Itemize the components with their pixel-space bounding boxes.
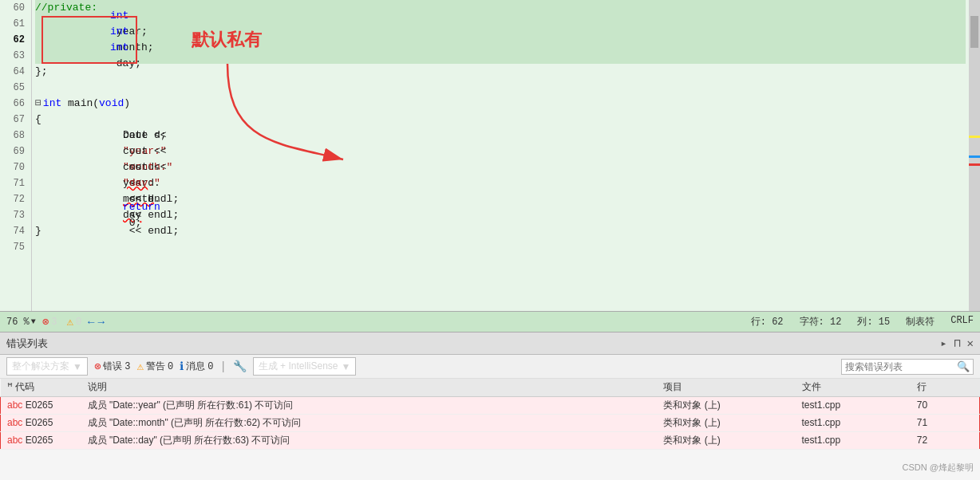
editor-scrollbar[interactable] — [969, 0, 980, 311]
error-line-3: 72 — [911, 431, 980, 449]
error-icon: ⊗ — [42, 315, 49, 329]
line-num-65: 65 — [6, 80, 25, 96]
error-panel: 错误列表 ▸ ⊓ ✕ 整个解决方案 ▼ ⊗ 错误 3 ⚠ 警告 0 — [0, 332, 980, 480]
error-row-2[interactable]: abc E0265 成员 "Date::month" (已声明 所在行数:62)… — [1, 414, 980, 431]
line-num-73: 73 — [6, 207, 25, 223]
scrollbar-thumb[interactable] — [970, 16, 978, 48]
build-label: 生成 + IntelliSense — [259, 360, 338, 373]
annotation-text: 默认私有 — [192, 28, 262, 52]
toolbar-warning-icon: ⚠ — [137, 360, 144, 373]
col-header-project: 项目 — [657, 379, 795, 396]
error-code-3: abc E0265 — [1, 431, 81, 449]
toolbar-error-count: 3 — [124, 361, 130, 372]
char-info: 字符: 12 — [800, 315, 842, 329]
error-line-1: 70 — [911, 396, 980, 414]
error-table-body: abc E0265 成员 "Date::year" (已声明 所在行数:61) … — [1, 396, 980, 449]
error-row-3[interactable]: abc E0265 成员 "Date::day" (已声明 所在行数:63) 不… — [1, 431, 980, 449]
toolbar-warning-label: 警告 — [146, 360, 165, 373]
nav-prev-arrow[interactable]: ← — [88, 316, 94, 329]
watermark: CSDN @烽起黎明 — [903, 462, 974, 474]
error-code-2: abc E0265 — [1, 414, 81, 431]
warning-toolbar-badge[interactable]: ⚠ 警告 0 — [137, 360, 174, 373]
line-numbers: 60 61 62 63 64 65 66 67 68 69 70 71 72 7… — [0, 0, 32, 311]
zoom-value: 76 % — [6, 317, 30, 328]
zoom-control[interactable]: 76 % ▼ — [6, 317, 36, 328]
error-code-value-1: E0265 — [26, 399, 53, 411]
code-content[interactable]: //private: int year; int month; int — [32, 0, 969, 311]
scope-label: 整个解决方案 — [12, 360, 69, 373]
row-info: 行: 62 — [751, 315, 784, 329]
col-header-line: 行 — [911, 379, 980, 396]
toolbar-info-count: 0 — [207, 361, 213, 372]
error-toolbar: 整个解决方案 ▼ ⊗ 错误 3 ⚠ 警告 0 ℹ 消息 0 | 🔧 — [0, 355, 980, 379]
line-num-74: 74 — [6, 223, 25, 239]
scrollbar-marker-red — [969, 163, 980, 166]
panel-controls: ▸ ⊓ ✕ — [940, 336, 974, 350]
encoding-info: CRLF — [950, 315, 974, 329]
build-dropdown-arrow: ▼ — [342, 361, 351, 372]
toolbar-info-label: 消息 — [186, 360, 205, 373]
close-button[interactable]: ✕ — [967, 336, 974, 350]
end-info: 制表符 — [906, 315, 935, 329]
error-desc-2: 成员 "Date::month" (已声明 所在行数:62) 不可访问 — [81, 414, 658, 431]
nav-arrows: ← → — [88, 316, 105, 329]
line-num-64: 64 — [6, 64, 25, 80]
code-line-66: ⊟ int main( void ) — [35, 96, 966, 112]
error-line-2: 71 — [911, 414, 980, 431]
error-count: 3 — [51, 317, 57, 328]
search-icon: 🔍 — [957, 360, 970, 373]
line-num-61: 61 — [6, 16, 25, 32]
line-num-72: 72 — [6, 191, 25, 207]
error-row-1[interactable]: abc E0265 成员 "Date::year" (已声明 所在行数:61) … — [1, 396, 980, 414]
status-bar: 76 % ▼ ⊗ 3 ⚠ 0 ← → 行: 62 字符: 12 列: 15 制表… — [0, 311, 980, 332]
error-table: ꟸ 代码 说明 项目 文件 行 abc E0265 — [0, 379, 980, 450]
search-box[interactable]: 🔍 — [841, 359, 974, 375]
warning-icon: ⚠ — [66, 315, 73, 329]
line-num-71: 71 — [6, 175, 25, 191]
toolbar-error-icon: ⊗ — [94, 360, 101, 373]
filter-icon[interactable]: 🔧 — [233, 360, 247, 373]
error-desc-1: 成员 "Date::year" (已声明 所在行数:61) 不可访问 — [81, 396, 658, 414]
error-file-3: test1.cpp — [796, 431, 911, 449]
warning-count: 0 — [76, 317, 81, 328]
line-num-68: 68 — [6, 128, 25, 144]
error-toolbar-badge[interactable]: ⊗ 错误 3 — [94, 360, 131, 373]
line-num-62: 62 — [6, 32, 25, 48]
build-dropdown[interactable]: 生成 + IntelliSense ▼ — [253, 357, 357, 376]
info-toolbar-badge[interactable]: ℹ 消息 0 — [180, 360, 213, 373]
error-type-icon-2: abc — [7, 417, 22, 428]
code-line-72: cout << "day:" << d. day << endl; — [35, 191, 966, 207]
error-type-icon-1: abc — [7, 399, 22, 411]
status-errors: ⊗ 3 ⚠ 0 — [42, 315, 81, 329]
error-badge: ⊗ 3 — [42, 315, 57, 329]
nav-next-arrow[interactable]: → — [98, 316, 105, 329]
error-file-2: test1.cpp — [796, 414, 911, 431]
zoom-dropdown-arrow[interactable]: ▼ — [31, 317, 36, 326]
pin-button[interactable]: ▸ ⊓ — [940, 336, 960, 350]
error-code-1: abc E0265 — [1, 396, 81, 414]
col-header-file: 文件 — [796, 379, 911, 396]
error-panel-title: 错误列表 — [6, 336, 48, 351]
line-num-60: 60 — [6, 0, 25, 16]
code-line-62: int month; — [35, 32, 966, 48]
status-right: 行: 62 字符: 12 列: 15 制表符 CRLF — [751, 315, 974, 329]
code-line-63: int day; — [35, 48, 966, 64]
col-header-code: ꟸ 代码 — [1, 379, 81, 396]
error-proj-3: 类和对象 (上) — [657, 431, 795, 449]
scope-dropdown[interactable]: 整个解决方案 ▼ — [6, 357, 88, 376]
error-proj-1: 类和对象 (上) — [657, 396, 795, 414]
separator-icon: | — [219, 360, 226, 373]
code-line-60: //private: — [35, 0, 966, 16]
scope-dropdown-arrow: ▼ — [73, 361, 82, 372]
search-input[interactable] — [845, 361, 957, 372]
col-header-description: 说明 — [81, 379, 658, 396]
warning-badge: ⚠ 0 — [66, 315, 81, 329]
line-num-69: 69 — [6, 144, 25, 159]
code-line-64: }; — [35, 64, 966, 80]
error-table-wrapper: ꟸ 代码 说明 项目 文件 行 abc E0265 — [0, 379, 980, 450]
code-line-61: int year; — [35, 16, 966, 32]
code-line-65 — [35, 80, 966, 96]
error-panel-header: 错误列表 ▸ ⊓ ✕ — [0, 332, 980, 355]
error-code-value-3: E0265 — [26, 435, 53, 446]
error-code-value-2: E0265 — [26, 417, 53, 428]
